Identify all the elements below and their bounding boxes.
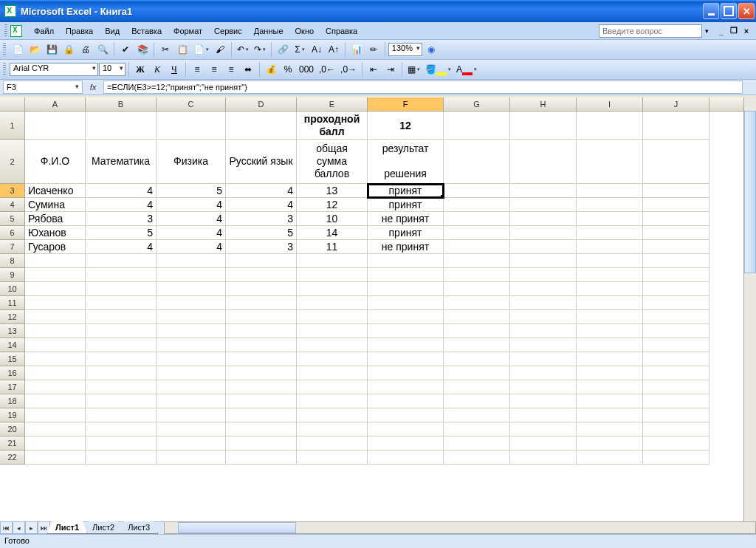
cell[interactable] — [226, 268, 297, 282]
decrease-indent-button[interactable]: ⇤ — [365, 61, 382, 78]
cell[interactable] — [157, 268, 226, 282]
menu-insert[interactable]: Вставка — [126, 24, 168, 38]
cell[interactable] — [643, 254, 709, 268]
cell[interactable]: 12 — [368, 112, 444, 140]
cell[interactable] — [577, 282, 643, 296]
cell[interactable] — [643, 184, 709, 198]
cell[interactable] — [368, 268, 444, 282]
cell[interactable] — [25, 338, 86, 352]
row-header[interactable]: 1 — [0, 112, 25, 140]
cell[interactable] — [577, 394, 643, 408]
ask-question-input[interactable] — [599, 24, 702, 38]
cell[interactable] — [510, 184, 577, 198]
permissions-button[interactable]: 🔒 — [61, 41, 77, 58]
cell[interactable] — [226, 254, 297, 268]
cell[interactable] — [444, 352, 510, 366]
cell[interactable]: 3 — [226, 212, 297, 226]
row-header[interactable]: 12 — [0, 310, 25, 324]
cell[interactable] — [643, 140, 709, 184]
percent-button[interactable]: % — [280, 61, 296, 78]
sort-desc-button[interactable]: A↑ — [326, 41, 342, 58]
increase-indent-button[interactable]: ⇥ — [382, 61, 399, 78]
menu-edit[interactable]: Правка — [60, 24, 99, 38]
row-header[interactable]: 7 — [0, 240, 25, 254]
fill-color-button[interactable]: 🪣▾ — [423, 61, 453, 78]
cell[interactable] — [157, 352, 226, 366]
row-header[interactable]: 2 — [0, 140, 25, 184]
cell[interactable] — [368, 366, 444, 380]
autosum-button[interactable]: Σ▾ — [292, 41, 308, 58]
cell[interactable] — [643, 366, 709, 380]
cut-button[interactable]: ✂ — [157, 41, 173, 58]
cell[interactable] — [510, 296, 577, 310]
cell[interactable] — [643, 324, 709, 338]
cell[interactable] — [226, 436, 297, 451]
cell[interactable] — [368, 422, 444, 436]
cell[interactable] — [444, 408, 510, 422]
menu-file[interactable]: Файл — [28, 24, 60, 38]
cell[interactable] — [226, 394, 297, 408]
cell[interactable] — [444, 112, 510, 140]
cell[interactable] — [643, 212, 709, 226]
name-box[interactable]: F3 — [3, 81, 83, 94]
cell[interactable]: Математика — [86, 140, 157, 184]
minimize-button[interactable] — [703, 3, 719, 19]
hyperlink-button[interactable]: 🔗 — [275, 41, 291, 58]
doc-restore-button[interactable]: ❐ — [729, 26, 739, 36]
cell[interactable] — [157, 310, 226, 324]
cell[interactable]: 5 — [157, 184, 226, 198]
cell[interactable] — [510, 394, 577, 408]
cell[interactable] — [157, 338, 226, 352]
font-size-combo[interactable]: 10 — [99, 63, 126, 76]
cell[interactable] — [157, 282, 226, 296]
cell[interactable] — [577, 296, 643, 310]
cell[interactable]: 12 — [297, 198, 368, 212]
cell[interactable]: Рябова — [25, 212, 86, 226]
column-header[interactable]: C — [157, 97, 226, 111]
cell[interactable] — [510, 212, 577, 226]
cell[interactable] — [368, 310, 444, 324]
cell[interactable] — [368, 324, 444, 338]
cell[interactable] — [25, 451, 86, 465]
select-all-button[interactable] — [0, 97, 25, 111]
cell[interactable] — [226, 352, 297, 366]
cell[interactable] — [643, 282, 709, 296]
decrease-decimal-button[interactable]: ,0→ — [338, 61, 359, 78]
column-header[interactable]: F — [368, 97, 444, 111]
format-painter-button[interactable]: 🖌 — [212, 41, 228, 58]
column-header[interactable]: B — [86, 97, 157, 111]
bold-button[interactable]: Ж — [132, 61, 148, 78]
cell[interactable] — [25, 352, 86, 366]
row-header[interactable]: 10 — [0, 282, 25, 296]
cell[interactable] — [444, 198, 510, 212]
cell[interactable] — [86, 451, 157, 465]
cell[interactable] — [25, 254, 86, 268]
cell[interactable] — [444, 268, 510, 282]
cell[interactable]: Исаченко — [25, 184, 86, 198]
cell[interactable] — [510, 268, 577, 282]
cell[interactable]: общая сумма баллов — [297, 140, 368, 184]
row-header[interactable]: 6 — [0, 226, 25, 240]
row-header[interactable]: 3 — [0, 184, 25, 198]
menu-data[interactable]: Данные — [248, 24, 289, 38]
cell[interactable] — [157, 394, 226, 408]
cell[interactable]: 4 — [157, 226, 226, 240]
scroll-thumb[interactable] — [744, 111, 756, 273]
row-header[interactable]: 9 — [0, 268, 25, 282]
cell[interactable] — [157, 324, 226, 338]
cell[interactable] — [226, 422, 297, 436]
cell[interactable]: 14 — [297, 226, 368, 240]
cell[interactable] — [86, 422, 157, 436]
sheet-tab[interactable]: Лист2 — [84, 521, 123, 534]
cell[interactable] — [297, 282, 368, 296]
redo-button[interactable]: ↷▾ — [252, 41, 268, 58]
cell[interactable] — [444, 282, 510, 296]
print-preview-button[interactable]: 🔍 — [94, 41, 111, 58]
spelling-button[interactable]: ✔ — [117, 41, 134, 58]
cell[interactable]: 10 — [297, 212, 368, 226]
cell[interactable] — [157, 254, 226, 268]
cell[interactable] — [577, 112, 643, 140]
cell[interactable] — [444, 310, 510, 324]
cell[interactable] — [510, 422, 577, 436]
cell[interactable] — [444, 338, 510, 352]
